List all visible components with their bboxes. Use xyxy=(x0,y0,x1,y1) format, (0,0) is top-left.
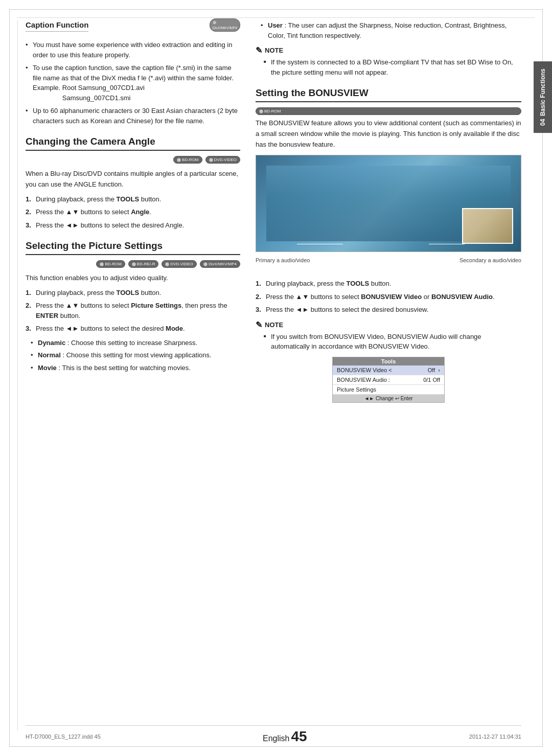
picture-settings-note-item-1: If the system is connected to a BD Wise-… xyxy=(264,57,521,77)
ps-step-2: Press the ▲▼ buttons to select Picture S… xyxy=(26,301,240,320)
bonusview-captions: Primary a audio/video Secondary a audio/… xyxy=(256,257,521,263)
ps-step-1: During playback, press the TOOLS button. xyxy=(26,288,240,298)
bonusview-secondary-label: Secondary a audio/video xyxy=(459,257,521,263)
bonusview-primary-label: Primary a audio/video xyxy=(256,257,310,263)
ps-dvd-video-badge: DVD-VIDEO xyxy=(162,260,196,268)
page-number-area: English 45 xyxy=(263,728,307,745)
camera-angle-section: Changing the Camera Angle BD-ROM DVD-VID… xyxy=(26,136,240,230)
side-tab-label: Basic Functions xyxy=(539,68,546,116)
caption-bullet-list: You must have some experience with video… xyxy=(26,40,240,126)
bd-rom-badge: BD-ROM xyxy=(173,156,202,164)
bonusview-section: Setting the BONUSVIEW BD-ROM The BONUSVI… xyxy=(256,87,521,403)
ps-normal: Normal : Choose this setting for most vi… xyxy=(31,350,240,360)
bonusview-image xyxy=(256,155,521,252)
side-tab: 04 Basic Functions xyxy=(534,61,552,133)
tools-menu-bonusview-video-value: Off › xyxy=(428,367,440,373)
footer-right: 2011-12-27 11:04:31 xyxy=(469,734,521,740)
tools-menu-row-2: BONUSVIEW Audio : 0/1 Off xyxy=(333,375,444,385)
caption-bullet-2: To use the caption function, save the ca… xyxy=(26,63,240,103)
bonusview-badge-area: BD-ROM xyxy=(256,107,521,115)
english-label: English xyxy=(263,734,289,743)
footer-left: HT-D7000_ELS_1227.indd 45 xyxy=(26,734,101,740)
picture-settings-section: Selecting the Picture Settings BD-ROM BD… xyxy=(26,240,240,373)
tools-menu-footer: ◄► Change ↩ Enter xyxy=(333,395,444,402)
ps-user: User : The user can adjust the Sharpness… xyxy=(261,20,521,40)
tools-menu-bonusview-audio-label: BONUSVIEW Audio : xyxy=(337,377,390,383)
page-number: 45 xyxy=(291,728,307,744)
bonusview-steps: During playback, press the TOOLS button.… xyxy=(256,279,521,315)
note-icon: ✎ xyxy=(256,45,262,55)
note-label: NOTE xyxy=(265,47,283,54)
camera-angle-steps: During playback, press the TOOLS button.… xyxy=(26,194,240,231)
tools-menu-bonusview-video-label: BONUSVIEW Video < xyxy=(337,367,392,373)
caption-bullet-1: You must have some experience with video… xyxy=(26,40,240,60)
divx-badge: ⊕DivX/MKV/MP4 xyxy=(210,18,240,32)
camera-angle-step-3: Press the ◄► buttons to select the desir… xyxy=(26,220,240,231)
bv-step-2: Press the ▲▼ buttons to select BONUSVIEW… xyxy=(256,292,521,302)
camera-angle-badges: BD-ROM DVD-VIDEO xyxy=(26,156,240,164)
picture-settings-badges: BD-ROM BD-RE/-R DVD-VIDEO DivX/MKV/MP4 xyxy=(26,260,240,268)
bonusview-intro: The BONUSVIEW feature allows you to view… xyxy=(256,118,521,150)
camera-angle-intro: When a Blu-ray Disc/DVD contains multipl… xyxy=(26,169,240,190)
bonusview-note: ✎ NOTE If you switch from BONUSVIEW Vide… xyxy=(256,320,521,352)
bonusview-note-title: ✎ NOTE xyxy=(256,320,521,330)
ps-movie: Movie : This is the best setting for wat… xyxy=(31,363,240,373)
tools-menu-picture-settings-label: Picture Settings xyxy=(337,386,376,393)
tools-menu-row-3: Picture Settings xyxy=(333,385,444,395)
ps-bd-re-badge: BD-RE/-R xyxy=(128,260,159,268)
bv-note-icon: ✎ xyxy=(256,320,262,330)
side-tab-number: 04 xyxy=(539,119,546,126)
tools-menu-screenshot: Tools BONUSVIEW Video < Off › BONUSVIEW … xyxy=(332,357,445,403)
picture-settings-note-list: If the system is connected to a BD Wise-… xyxy=(264,57,521,77)
bv-step-1: During playback, press the TOOLS button. xyxy=(256,279,521,289)
left-column: ⊕DivX/MKV/MP4 Caption Function You must … xyxy=(26,20,240,730)
caption-function-title: Caption Function xyxy=(26,20,88,32)
picture-settings-intro: This function enables you to adjust vide… xyxy=(26,273,240,284)
caption-function-section: ⊕DivX/MKV/MP4 Caption Function You must … xyxy=(26,20,240,126)
bonusview-note-list: If you switch from BONUSVIEW Video, BONU… xyxy=(264,332,521,352)
picture-settings-sub-bullets: Dynamic : Choose this setting to increas… xyxy=(31,338,240,373)
picture-settings-note: ✎ NOTE If the system is connected to a B… xyxy=(256,45,521,77)
tools-menu-row-1: BONUSVIEW Video < Off › xyxy=(333,365,444,375)
camera-angle-step-1: During playback, press the TOOLS button. xyxy=(26,194,240,204)
tools-menu-header: Tools xyxy=(333,357,444,365)
ps-step-3: Press the ◄► buttons to select the desir… xyxy=(26,324,240,334)
bonusview-note-item-1: If you switch from BONUSVIEW Video, BONU… xyxy=(264,332,521,352)
caption-header: ⊕DivX/MKV/MP4 Caption Function xyxy=(26,20,240,36)
bv-note-label: NOTE xyxy=(265,321,283,329)
picture-settings-title: Selecting the Picture Settings xyxy=(26,240,240,255)
bonusview-left-arrow xyxy=(297,244,343,245)
picture-settings-steps: During playback, press the TOOLS button.… xyxy=(26,288,240,334)
bonusview-bd-rom-badge: BD-ROM xyxy=(256,107,521,115)
main-content: ⊕DivX/MKV/MP4 Caption Function You must … xyxy=(26,20,521,730)
ps-bd-rom-badge: BD-ROM xyxy=(96,260,125,268)
picture-settings-note-title: ✎ NOTE xyxy=(256,45,521,55)
page-footer: HT-D7000_ELS_1227.indd 45 English 45 201… xyxy=(26,725,521,745)
bonusview-pip xyxy=(462,208,513,244)
camera-angle-step-2: Press the ▲▼ buttons to select Angle. xyxy=(26,207,240,217)
user-sub-bullet: User : The user can adjust the Sharpness… xyxy=(261,20,521,40)
ps-divx-badge: DivX/MKV/MP4 xyxy=(200,260,240,268)
bonusview-title: Setting the BONUSVIEW xyxy=(256,87,521,102)
camera-angle-title: Changing the Camera Angle xyxy=(26,136,240,151)
tools-menu-bonusview-audio-value: 0/1 Off xyxy=(423,377,440,383)
divx-icon-area: ⊕DivX/MKV/MP4 xyxy=(210,18,240,32)
bonusview-right-arrow xyxy=(429,244,465,245)
caption-bullet-3: Up to 60 alphanumeric characters or 30 E… xyxy=(26,106,240,126)
bonusview-image-container: Primary a audio/video Secondary a audio/… xyxy=(256,155,521,263)
divx-badge-text: DivX/MKV/MP4 xyxy=(213,26,237,30)
right-column: User : The user can adjust the Sharpness… xyxy=(256,20,521,730)
top-margin-line xyxy=(17,17,535,18)
bv-step-3: Press the ◄► buttons to select the desir… xyxy=(256,305,521,315)
left-margin-line xyxy=(17,20,18,730)
dvd-video-badge: DVD-VIDEO xyxy=(205,156,240,164)
ps-dynamic: Dynamic : Choose this setting to increas… xyxy=(31,338,240,348)
